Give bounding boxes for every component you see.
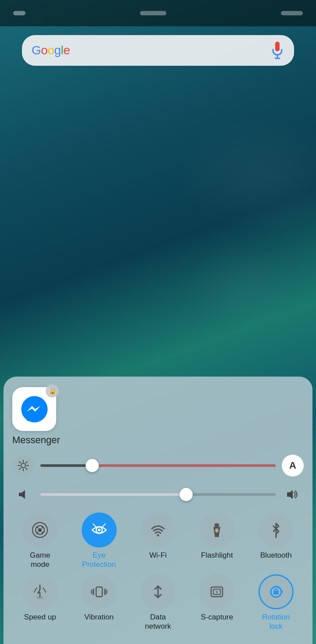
svg-marker-13: [19, 490, 25, 499]
volume-up-icon[interactable]: [282, 484, 304, 505]
brightness-fill-right: [99, 464, 276, 467]
toggle-vibration[interactable]: Vibration: [71, 574, 126, 631]
rotation-lock-label: Rotationlock: [262, 613, 290, 631]
svg-marker-42: [281, 590, 283, 594]
brightness-slider-row: A: [12, 455, 304, 477]
svg-line-19: [42, 527, 43, 528]
game-mode-circle: [22, 512, 57, 548]
svg-rect-44: [274, 589, 278, 591]
mute-button[interactable]: [12, 484, 34, 505]
flashlight-circle: [199, 512, 234, 548]
brightness-fill-left: [40, 464, 92, 467]
toggle-bluetooth[interactable]: Bluetooth: [248, 512, 304, 569]
svg-rect-31: [96, 587, 102, 597]
google-logo: Google: [32, 43, 70, 57]
status-center: [140, 11, 166, 15]
svg-line-11: [26, 462, 27, 463]
toggle-wifi[interactable]: Wi-Fi: [130, 512, 186, 569]
svg-point-23: [98, 529, 101, 531]
game-mode-label: Gamemode: [30, 551, 50, 569]
volume-slider-row: [12, 484, 304, 505]
vibration-label: Vibration: [84, 613, 114, 622]
brightness-settings-button[interactable]: [12, 455, 34, 477]
auto-brightness-button[interactable]: A: [282, 455, 304, 477]
auto-label: A: [289, 460, 296, 471]
lock-badge: 🔒: [46, 384, 59, 398]
status-dot-2: [140, 11, 166, 15]
status-left: [13, 11, 25, 15]
toggle-data-network[interactable]: Datanetwork: [130, 574, 186, 631]
svg-marker-14: [287, 490, 293, 499]
wifi-circle: [140, 512, 176, 548]
toggle-speed-up[interactable]: Speed up: [12, 574, 68, 631]
svg-point-4: [21, 463, 25, 468]
svg-rect-27: [215, 535, 219, 537]
volume-thumb[interactable]: [180, 488, 193, 501]
svg-point-28: [215, 528, 219, 533]
svg-line-18: [37, 527, 38, 528]
svg-text:$: $: [216, 590, 218, 594]
quick-settings-panel: 🔒 Messenger A: [4, 377, 312, 644]
search-bar[interactable]: Google: [22, 35, 294, 66]
svg-point-30: [36, 596, 43, 599]
volume-fill: [40, 493, 186, 496]
svg-line-20: [37, 532, 38, 533]
rotation-lock-circle: [259, 574, 294, 609]
brightness-thumb[interactable]: [86, 459, 99, 472]
svg-rect-25: [215, 523, 219, 527]
bluetooth-label: Bluetooth: [260, 551, 292, 560]
toggle-eye-protection[interactable]: EyeProtection: [71, 512, 126, 569]
brightness-track[interactable]: [40, 464, 276, 467]
svg-rect-0: [275, 42, 280, 51]
s-capture-circle: $: [199, 574, 234, 609]
toggle-grid: Gamemode EyeProtection: [12, 512, 304, 631]
eye-protection-label: EyeProtection: [82, 551, 116, 569]
vibration-circle: [82, 574, 117, 609]
data-network-label: Datanetwork: [145, 613, 171, 631]
app-icon-wrapper: 🔒: [12, 387, 56, 431]
flashlight-label: Flashlight: [201, 551, 233, 560]
toggle-rotation-lock[interactable]: Rotationlock: [248, 574, 304, 631]
toggle-s-capture[interactable]: $ S-capture: [189, 574, 244, 631]
speed-up-label: Speed up: [24, 613, 56, 622]
app-shortcut[interactable]: 🔒 Messenger: [12, 387, 304, 446]
svg-line-9: [19, 462, 21, 463]
app-name: Messenger: [12, 434, 60, 446]
svg-point-24: [157, 534, 159, 537]
status-bar: [0, 0, 316, 26]
status-dot-1: [13, 11, 25, 15]
microphone-icon[interactable]: [270, 41, 284, 60]
speed-up-circle: [22, 574, 57, 609]
svg-line-21: [42, 532, 43, 533]
eye-protection-circle: [82, 512, 117, 548]
status-dot-3: [281, 11, 303, 15]
bluetooth-circle: [259, 512, 294, 548]
svg-line-10: [26, 468, 27, 470]
wifi-label: Wi-Fi: [149, 551, 167, 560]
toggle-flashlight[interactable]: Flashlight: [189, 512, 244, 569]
toggle-game-mode[interactable]: Gamemode: [12, 512, 68, 569]
svg-line-12: [19, 468, 21, 470]
search-bar-container: Google: [22, 35, 294, 66]
data-network-circle: [140, 574, 176, 609]
s-capture-label: S-capture: [201, 613, 233, 622]
svg-point-17: [38, 528, 42, 532]
volume-track[interactable]: [40, 493, 276, 496]
status-right: [281, 11, 303, 15]
